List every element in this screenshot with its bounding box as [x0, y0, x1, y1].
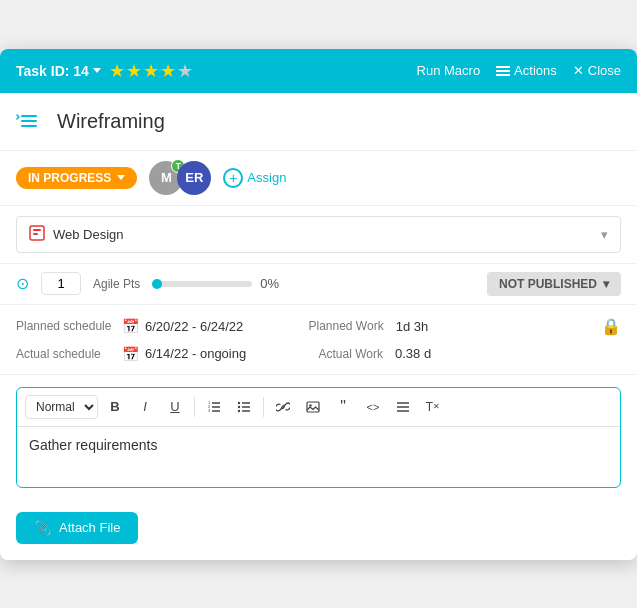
attach-label: Attach File: [59, 520, 120, 535]
hamburger-icon: [496, 66, 510, 76]
svg-point-16: [238, 405, 240, 407]
avatars-group: M T ER: [149, 161, 211, 195]
code-button[interactable]: <>: [360, 394, 386, 420]
planned-schedule-row: Planned schedule 📅 6/20/22 - 6/24/22: [16, 318, 309, 334]
editor-content[interactable]: Gather requirements: [17, 427, 620, 487]
actual-schedule-row: Actual schedule 📅 6/14/22 - ongoing: [16, 346, 319, 362]
svg-rect-4: [33, 229, 41, 231]
italic-button[interactable]: I: [132, 394, 158, 420]
task-id-chevron-icon: [93, 68, 101, 73]
not-published-chevron-icon: ▾: [603, 277, 609, 291]
underline-button[interactable]: U: [162, 394, 188, 420]
task-id-label: Task ID: 14: [16, 63, 89, 79]
task-title-input[interactable]: [48, 105, 621, 138]
bold-button[interactable]: B: [102, 394, 128, 420]
list-icon[interactable]: [16, 112, 38, 130]
project-row: Web Design ▾: [0, 206, 637, 264]
star-3-icon: ★: [143, 62, 159, 80]
ordered-list-button[interactable]: 123: [201, 394, 227, 420]
close-label: Close: [588, 63, 621, 78]
not-published-label: NOT PUBLISHED: [499, 277, 597, 291]
progress-pct: 0%: [260, 276, 279, 291]
attach-section: 📎 Attach File: [0, 500, 637, 560]
progress-bar: [152, 281, 252, 287]
format-select[interactable]: Normal: [25, 395, 98, 419]
modal-header: Task ID: 14 ★ ★ ★ ★ ★ Run Macro Actions …: [0, 49, 637, 93]
assign-plus-icon: +: [223, 168, 243, 188]
star-5-icon: ★: [177, 62, 193, 80]
svg-point-17: [238, 409, 240, 411]
project-icon: [29, 225, 45, 244]
star-1-icon: ★: [109, 62, 125, 80]
planned-calendar-icon: 📅: [122, 318, 139, 334]
header-left: Task ID: 14 ★ ★ ★ ★ ★: [16, 62, 193, 80]
planned-schedule-dates: 6/20/22 - 6/24/22: [145, 319, 243, 334]
planned-work-label: Planned Work: [309, 319, 384, 333]
editor-section: Normal B I U 123 " <> T✕: [16, 387, 621, 488]
actual-work-value: 0.38 d: [395, 346, 431, 361]
image-button[interactable]: [300, 394, 326, 420]
planned-work-value: 1d 3h: [396, 319, 429, 334]
svg-point-19: [309, 404, 311, 406]
toolbar-divider-2: [263, 397, 264, 417]
actual-schedule-dates: 6/14/22 - ongoing: [145, 346, 246, 361]
progress-bar-container[interactable]: 0%: [152, 276, 279, 291]
assign-label: Assign: [247, 170, 286, 185]
status-label: IN PROGRESS: [28, 171, 111, 185]
agile-row: ⊙ Agile Pts 0% NOT PUBLISHED ▾: [0, 264, 637, 305]
svg-rect-18: [307, 402, 319, 412]
task-id[interactable]: Task ID: 14: [16, 63, 101, 79]
project-name: Web Design: [53, 227, 124, 242]
planned-work-row: Planned Work 1d 3h: [309, 319, 602, 334]
attach-file-button[interactable]: 📎 Attach File: [16, 512, 138, 544]
quote-button[interactable]: ": [330, 394, 356, 420]
status-badge[interactable]: IN PROGRESS: [16, 167, 137, 189]
svg-point-15: [238, 401, 240, 403]
avatar-er-initials: ER: [185, 170, 203, 185]
progress-dot: [152, 279, 162, 289]
avatar-er[interactable]: ER: [177, 161, 211, 195]
agile-pts-label: Agile Pts: [93, 277, 140, 291]
link-button[interactable]: [270, 394, 296, 420]
editor-text: Gather requirements: [29, 437, 157, 453]
svg-rect-5: [33, 233, 38, 235]
run-macro-button[interactable]: Run Macro: [417, 63, 481, 78]
close-button[interactable]: ✕ Close: [573, 63, 621, 78]
agile-points-input[interactable]: [41, 272, 81, 295]
actual-calendar-icon: 📅: [122, 346, 139, 362]
editor-toolbar: Normal B I U 123 " <> T✕: [17, 388, 620, 427]
project-dropdown-icon: ▾: [601, 227, 608, 242]
clear-format-button[interactable]: T✕: [420, 394, 446, 420]
avatar-m-initials: M: [161, 170, 172, 185]
not-published-button[interactable]: NOT PUBLISHED ▾: [487, 272, 621, 296]
assign-button[interactable]: + Assign: [223, 168, 286, 188]
project-select[interactable]: Web Design ▾: [16, 216, 621, 253]
toolbar-divider-1: [194, 397, 195, 417]
star-4-icon: ★: [160, 62, 176, 80]
align-button[interactable]: [390, 394, 416, 420]
actions-button[interactable]: Actions: [496, 63, 557, 78]
status-chevron-icon: [117, 175, 125, 180]
lock-icon: 🔒: [601, 317, 621, 336]
agile-target-icon: ⊙: [16, 274, 29, 293]
header-right: Run Macro Actions ✕ Close: [417, 63, 621, 78]
actual-work-label: Actual Work: [319, 347, 383, 361]
actual-work-row: Actual Work 0.38 d: [319, 346, 622, 361]
list-chevron-icon: [16, 112, 38, 130]
actions-label: Actions: [514, 63, 557, 78]
paperclip-icon: 📎: [34, 520, 51, 536]
project-select-left: Web Design: [29, 225, 124, 244]
planned-schedule-label: Planned schedule: [16, 319, 116, 333]
svg-text:3: 3: [208, 408, 211, 413]
unordered-list-button[interactable]: [231, 394, 257, 420]
star-rating[interactable]: ★ ★ ★ ★ ★: [109, 62, 193, 80]
task-modal: Task ID: 14 ★ ★ ★ ★ ★ Run Macro Actions …: [0, 49, 637, 560]
title-row: [0, 93, 637, 151]
close-x-icon: ✕: [573, 63, 584, 78]
star-2-icon: ★: [126, 62, 142, 80]
status-row: IN PROGRESS M T ER + Assign: [0, 151, 637, 206]
schedule-section: Planned schedule 📅 6/20/22 - 6/24/22 Pla…: [0, 305, 637, 375]
actual-schedule-label: Actual schedule: [16, 347, 116, 361]
